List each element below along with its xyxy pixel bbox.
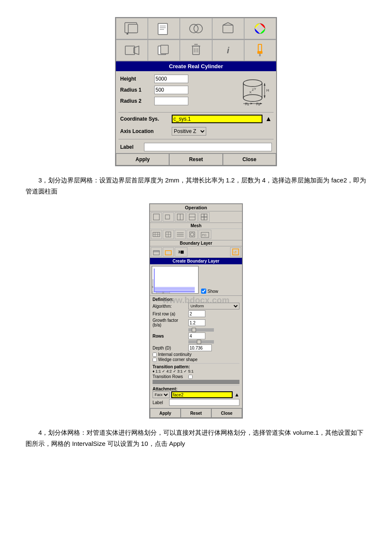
svg-line-10: [223, 23, 228, 25]
rows-slider[interactable]: [188, 340, 214, 344]
svg-text:Y: Y: [254, 87, 257, 91]
d2-label-input[interactable]: [169, 399, 239, 406]
toolbar-btn-paint[interactable]: [244, 40, 276, 61]
apply-button[interactable]: Apply: [116, 153, 169, 165]
close-button[interactable]: Close: [223, 153, 276, 165]
d2-button-row: Apply Reset Close: [150, 408, 242, 418]
height-input[interactable]: [154, 75, 188, 83]
show-checkbox[interactable]: [201, 289, 206, 294]
rows-slider-thumb[interactable]: [197, 340, 201, 344]
algorithm-row: Algorithm: Uniform: [153, 303, 239, 309]
toolbar-btn-boolean[interactable]: [180, 18, 212, 39]
toolbar-btn-assembly[interactable]: [116, 18, 148, 39]
svg-rect-48: [201, 214, 204, 217]
d2-mesh-btn-4[interactable]: [187, 230, 198, 239]
toolbar-row-2: i: [116, 40, 276, 61]
d2-reset-button[interactable]: Reset: [181, 408, 211, 418]
wedge-corner-checkbox[interactable]: [153, 358, 157, 362]
bl-btn-4[interactable]: ↺: [230, 247, 241, 257]
depth-label: Depth (D): [153, 346, 187, 350]
depth-input[interactable]: [188, 344, 212, 351]
internal-continuity-row: Internal continuity: [153, 352, 239, 357]
toolbar-btn-view[interactable]: [116, 40, 148, 61]
svg-rect-49: [204, 214, 207, 217]
d2-btn-4[interactable]: [187, 212, 198, 222]
growth-row: Growth factor (b/a): [153, 318, 239, 327]
dialog-title: Create Real Cylinder: [116, 61, 276, 71]
d2-btn-2[interactable]: [163, 212, 174, 222]
toolbar-btn-info[interactable]: i: [212, 40, 244, 61]
svg-rect-51: [204, 217, 207, 220]
d2-close-button[interactable]: Close: [211, 408, 242, 418]
bl-toolbar: 3▦ ↺: [150, 246, 242, 258]
faces-arrow-icon[interactable]: ▲: [234, 392, 239, 398]
coord-sys-arrow-icon[interactable]: ▲: [265, 115, 272, 123]
rows-input[interactable]: [188, 332, 205, 339]
bl-btn-1[interactable]: [151, 247, 162, 257]
toolbar-btn-copy[interactable]: [148, 40, 180, 61]
height-row: Height: [120, 75, 229, 83]
svg-text:R₁: R₁: [245, 102, 250, 106]
d2-mesh-btn-2[interactable]: [163, 230, 174, 239]
attachment-row: Faces ▲: [153, 391, 239, 398]
growth-slider-thumb[interactable]: [192, 328, 196, 332]
radius1-input[interactable]: [154, 86, 188, 94]
transition-slider-bar[interactable]: [153, 380, 239, 384]
d2-toolbar-1: [150, 211, 242, 223]
transition-section-title: Transition pattern:: [153, 363, 239, 369]
rows-label: Rows: [153, 334, 187, 338]
svg-rect-68: [165, 251, 171, 255]
create-cylinder-dialog: i Create Real Cylinder Height Radius 1 R…: [115, 17, 277, 166]
algorithm-select[interactable]: Uniform: [188, 303, 239, 309]
growth-input[interactable]: [188, 319, 205, 326]
d2-mesh-btn-1[interactable]: [151, 230, 162, 239]
faces-select[interactable]: Faces: [153, 391, 170, 398]
axis-location-select[interactable]: Positive Z Negative Z: [172, 127, 206, 136]
d2-apply-button[interactable]: Apply: [150, 408, 181, 418]
coord-sys-input[interactable]: [172, 115, 262, 123]
svg-point-63: [190, 233, 194, 236]
label-input[interactable]: [144, 143, 272, 151]
radius2-row: Radius 2: [120, 97, 229, 105]
d2-mesh-btn-3[interactable]: [175, 230, 186, 239]
reset-button[interactable]: Reset: [169, 153, 222, 165]
bl-btn-2[interactable]: [163, 247, 174, 257]
d2-btn-1[interactable]: [151, 212, 162, 222]
d2-toolbar-2: PO: [150, 229, 242, 240]
axis-location-label: Axis Location: [120, 128, 169, 134]
svg-point-25: [243, 80, 262, 87]
radius1-row: Radius 1: [120, 86, 229, 94]
first-row-input[interactable]: [188, 310, 205, 317]
growth-slider-row: [153, 328, 239, 332]
bl-diagram-area: b a |——bl——| Show: [150, 264, 242, 296]
internal-continuity-checkbox[interactable]: [153, 353, 157, 357]
bl-btn-3[interactable]: 3▦: [175, 247, 187, 257]
svg-rect-43: [165, 215, 170, 219]
svg-rect-1: [128, 24, 138, 33]
d2-btn-3[interactable]: [175, 212, 186, 222]
bl-diagram-canvas: b a |——bl——|: [152, 266, 199, 294]
boundary-layer-dialog-wrapper: www.bdocx.com Operation Mesh: [149, 203, 243, 419]
transition-options-row: ♦ 1:1 ✓ 4:2 ✓ 3:1 ✓ 5:1: [153, 369, 239, 373]
toolbar-btn-shape[interactable]: [212, 18, 244, 39]
axis-location-row: Axis Location Positive Z Negative Z: [116, 125, 276, 137]
svg-text:R₂: R₂: [256, 102, 261, 106]
toolbar-btn-color[interactable]: [244, 18, 276, 39]
coord-sys-label: Coordinate Sys.: [120, 116, 169, 122]
faces-input[interactable]: [171, 391, 233, 398]
svg-marker-31: [264, 95, 265, 98]
show-label: Show: [208, 289, 218, 294]
transition-options: ♦ 1:1 ✓ 4:2 ✓ 3:1 ✓ 5:1: [153, 369, 193, 373]
cylinder-diagram: H Z Y X R₁ R₂: [233, 75, 272, 109]
toolbar-btn-delete[interactable]: [180, 40, 212, 61]
radius2-input[interactable]: [154, 97, 188, 105]
growth-slider[interactable]: [188, 328, 214, 332]
create-bl-title: Create Boundary Layer: [150, 258, 242, 264]
d2-btn-5[interactable]: [199, 212, 210, 222]
transition-rows-checkbox[interactable]: [188, 375, 193, 379]
d2-mesh-btn-5[interactable]: PO: [199, 230, 211, 239]
algorithm-label: Algorithm:: [153, 304, 187, 309]
transition-rows-label: Transition Rows: [153, 374, 187, 379]
toolbar-btn-part[interactable]: [148, 18, 180, 39]
svg-rect-23: [258, 44, 262, 52]
